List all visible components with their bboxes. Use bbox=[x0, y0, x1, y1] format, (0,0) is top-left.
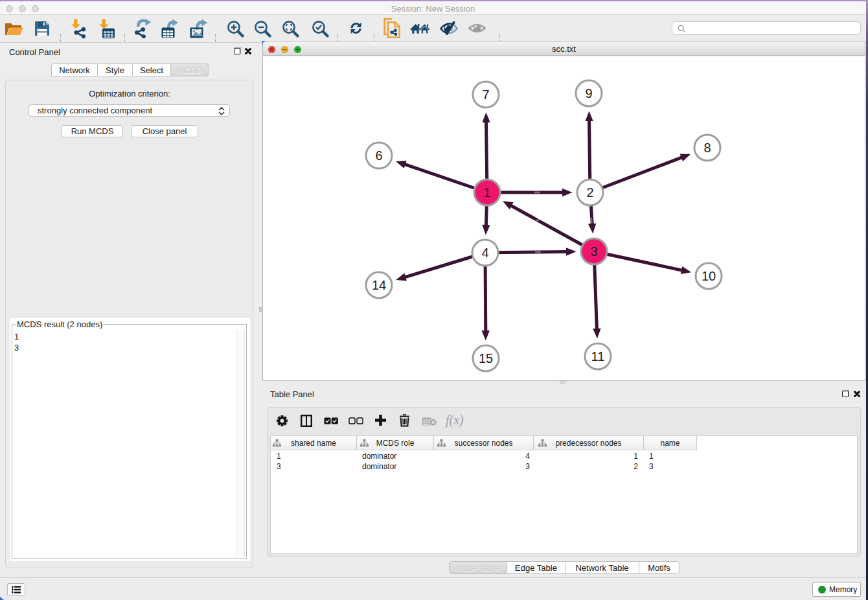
svg-text:6: 6 bbox=[375, 148, 382, 163]
svg-text:4: 4 bbox=[481, 246, 488, 260]
svg-text:14: 14 bbox=[372, 278, 386, 292]
svg-text:8: 8 bbox=[703, 141, 711, 155]
svg-text:15: 15 bbox=[479, 351, 493, 365]
svg-text:7: 7 bbox=[482, 87, 489, 102]
svg-text:2: 2 bbox=[586, 185, 593, 200]
svg-text:1: 1 bbox=[483, 185, 490, 200]
svg-text:11: 11 bbox=[591, 349, 605, 363]
svg-text:10: 10 bbox=[702, 269, 716, 283]
svg-text:3: 3 bbox=[590, 244, 597, 259]
svg-text:9: 9 bbox=[585, 86, 592, 100]
